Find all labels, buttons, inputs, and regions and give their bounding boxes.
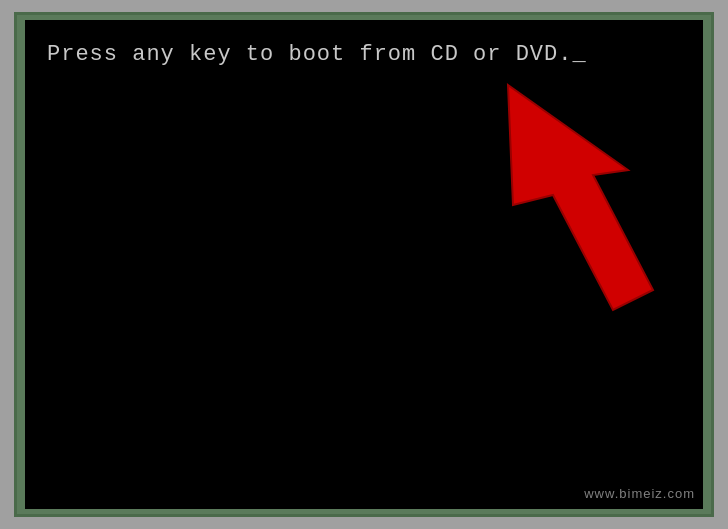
outer-frame: Press any key to boot from CD or DVD._ w… — [14, 12, 714, 517]
watermark: www.bimeiz.com — [584, 486, 695, 501]
boot-message: Press any key to boot from CD or DVD._ — [47, 42, 587, 67]
svg-marker-2 — [508, 85, 653, 310]
boot-text-content: Press any key to boot from CD or DVD._ — [47, 42, 587, 67]
red-arrow-overlay — [498, 75, 703, 335]
screen: Press any key to boot from CD or DVD._ w… — [25, 20, 703, 509]
watermark-text: www.bimeiz.com — [584, 486, 695, 501]
